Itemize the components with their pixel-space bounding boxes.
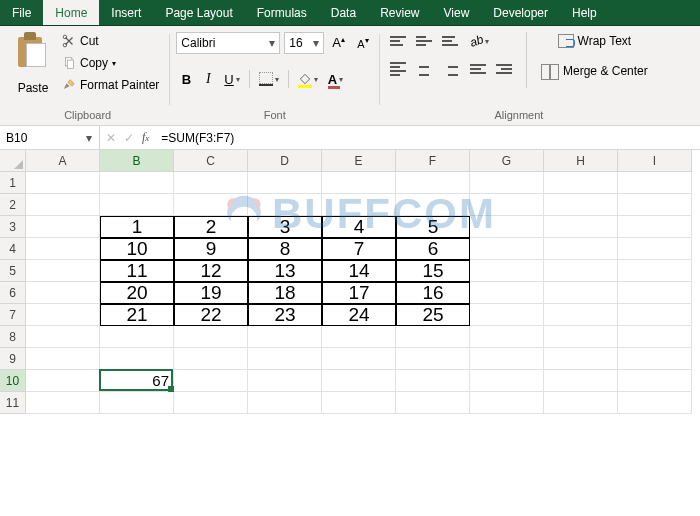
align-top-button[interactable] — [386, 30, 410, 52]
cell[interactable] — [248, 326, 322, 348]
borders-button[interactable]: ▾ — [255, 68, 283, 90]
orientation-button[interactable]: ab ▾ — [466, 30, 493, 52]
cell[interactable] — [470, 370, 544, 392]
row-header[interactable]: 2 — [0, 194, 26, 216]
row-header[interactable]: 5 — [0, 260, 26, 282]
cell[interactable] — [322, 370, 396, 392]
name-box[interactable]: ▾ — [0, 126, 100, 149]
cell[interactable] — [26, 304, 100, 326]
cell[interactable]: 21 — [100, 304, 174, 326]
chevron-down-icon[interactable]: ▾ — [82, 131, 96, 145]
formula-input[interactable] — [155, 126, 700, 149]
row-header[interactable]: 1 — [0, 172, 26, 194]
paste-button[interactable]: Paste — [12, 30, 54, 96]
chevron-down-icon[interactable]: ▾ — [265, 36, 279, 50]
cell[interactable]: 3 — [248, 216, 322, 238]
cell[interactable] — [26, 238, 100, 260]
cell[interactable]: 7 — [322, 238, 396, 260]
cell[interactable]: 14 — [322, 260, 396, 282]
tab-formulas[interactable]: Formulas — [245, 0, 319, 25]
cell[interactable] — [248, 392, 322, 414]
fill-color-button[interactable]: ▾ — [294, 68, 322, 90]
cell[interactable] — [26, 194, 100, 216]
row-header[interactable]: 10 — [0, 370, 26, 392]
cell[interactable] — [470, 172, 544, 194]
cell[interactable] — [470, 260, 544, 282]
row-header[interactable]: 6 — [0, 282, 26, 304]
tab-help[interactable]: Help — [560, 0, 609, 25]
cell[interactable] — [544, 194, 618, 216]
column-header[interactable]: I — [618, 150, 692, 172]
cell[interactable]: 12 — [174, 260, 248, 282]
cell[interactable]: 5 — [396, 216, 470, 238]
tab-view[interactable]: View — [432, 0, 482, 25]
decrease-indent-button[interactable] — [466, 58, 490, 80]
column-header[interactable]: F — [396, 150, 470, 172]
cell[interactable]: 11 — [100, 260, 174, 282]
tab-page-layout[interactable]: Page Layout — [153, 0, 244, 25]
cell[interactable]: 6 — [396, 238, 470, 260]
cell[interactable] — [544, 304, 618, 326]
row-header[interactable]: 7 — [0, 304, 26, 326]
row-header[interactable]: 4 — [0, 238, 26, 260]
cell[interactable] — [470, 282, 544, 304]
cell[interactable] — [322, 348, 396, 370]
column-header[interactable]: B — [100, 150, 174, 172]
name-box-input[interactable] — [0, 131, 82, 145]
cell[interactable]: 24 — [322, 304, 396, 326]
merge-center-button[interactable]: Merge & Center — [537, 60, 652, 82]
cell[interactable] — [544, 326, 618, 348]
tab-file[interactable]: File — [0, 0, 43, 25]
align-bottom-button[interactable] — [438, 30, 462, 52]
tab-developer[interactable]: Developer — [481, 0, 560, 25]
column-header[interactable]: C — [174, 150, 248, 172]
tab-insert[interactable]: Insert — [99, 0, 153, 25]
cell[interactable] — [26, 172, 100, 194]
cell[interactable] — [470, 304, 544, 326]
font-size-combo[interactable]: ▾ — [284, 32, 324, 54]
shrink-font-button[interactable]: A▾ — [353, 32, 373, 54]
align-center-button[interactable] — [412, 58, 436, 80]
cell[interactable] — [100, 172, 174, 194]
cell[interactable] — [100, 348, 174, 370]
spreadsheet-grid[interactable]: ABCDEFGHI1231234541098765111213141562019… — [0, 150, 700, 414]
grow-font-button[interactable]: A▴ — [328, 32, 349, 54]
row-header[interactable]: 9 — [0, 348, 26, 370]
cell[interactable] — [174, 370, 248, 392]
align-right-button[interactable] — [438, 58, 462, 80]
copy-button[interactable]: Copy ▾ — [58, 52, 163, 74]
align-left-button[interactable] — [386, 58, 410, 80]
cell[interactable] — [618, 348, 692, 370]
cell[interactable] — [544, 392, 618, 414]
cell[interactable] — [544, 216, 618, 238]
cell[interactable] — [544, 348, 618, 370]
cell[interactable] — [248, 194, 322, 216]
underline-button[interactable]: U ▾ — [220, 68, 243, 90]
cell[interactable] — [618, 282, 692, 304]
cell[interactable] — [618, 194, 692, 216]
cell[interactable]: 25 — [396, 304, 470, 326]
cell[interactable] — [248, 172, 322, 194]
column-header[interactable]: G — [470, 150, 544, 172]
row-header[interactable]: 8 — [0, 326, 26, 348]
cell[interactable] — [396, 348, 470, 370]
cell[interactable] — [322, 172, 396, 194]
cell[interactable] — [544, 238, 618, 260]
cell[interactable]: 18 — [248, 282, 322, 304]
cell[interactable] — [248, 370, 322, 392]
cell[interactable]: 23 — [248, 304, 322, 326]
cell[interactable]: 13 — [248, 260, 322, 282]
bold-button[interactable]: B — [176, 68, 196, 90]
column-header[interactable]: A — [26, 150, 100, 172]
row-header[interactable]: 11 — [0, 392, 26, 414]
cell[interactable] — [470, 326, 544, 348]
cell[interactable] — [322, 326, 396, 348]
cell[interactable] — [544, 282, 618, 304]
cell[interactable]: 67 — [100, 370, 174, 392]
row-header[interactable]: 3 — [0, 216, 26, 238]
column-header[interactable]: D — [248, 150, 322, 172]
cell[interactable]: 8 — [248, 238, 322, 260]
cell[interactable] — [174, 392, 248, 414]
cell[interactable] — [26, 216, 100, 238]
cut-button[interactable]: Cut — [58, 30, 163, 52]
